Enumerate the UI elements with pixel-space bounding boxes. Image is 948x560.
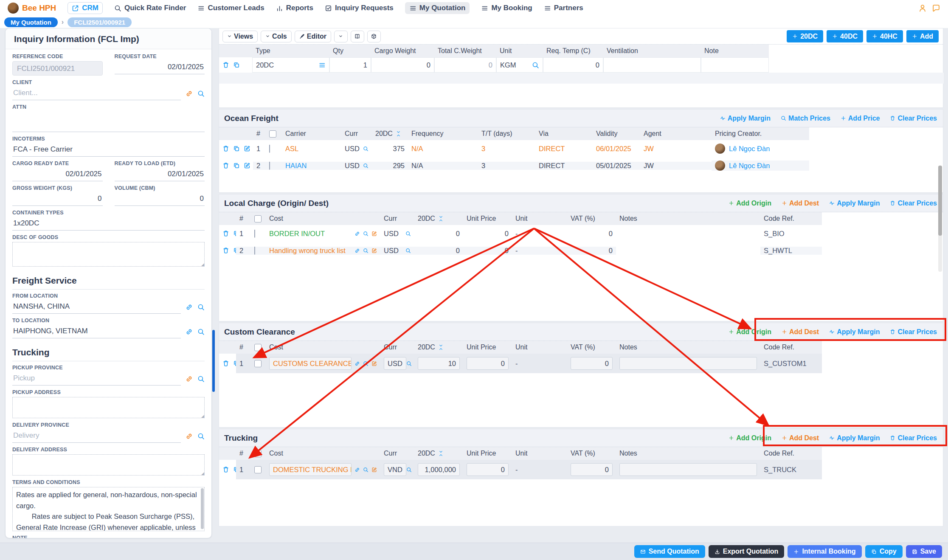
rate-20dc-cell[interactable]: 375 <box>372 145 408 153</box>
unit-price-input[interactable]: 0 <box>467 463 509 476</box>
copy-icon[interactable] <box>233 230 236 237</box>
via-cell[interactable]: DIRECT <box>535 162 593 170</box>
agent-cell[interactable]: JW <box>640 145 712 153</box>
user-icon[interactable] <box>918 4 927 12</box>
desc-of-goods-textarea[interactable] <box>12 242 205 267</box>
vat-input[interactable]: 0 <box>571 357 613 370</box>
cargo-ready-date-field[interactable]: 02/01/2025 <box>12 168 103 181</box>
edit-icon[interactable] <box>244 145 250 152</box>
textarea-scrollbar[interactable] <box>201 488 204 529</box>
cols-button[interactable]: Cols <box>261 31 292 42</box>
ready-to-load-field[interactable]: 02/01/2025 <box>115 168 205 181</box>
row-checkbox[interactable] <box>254 247 255 255</box>
search-icon[interactable] <box>197 304 205 311</box>
attn-field[interactable] <box>12 112 205 132</box>
edit-icon[interactable] <box>371 231 377 236</box>
ventilation-cell[interactable] <box>603 57 701 73</box>
export-quotation-button[interactable]: Export Quotation <box>709 545 785 558</box>
edit-icon[interactable] <box>371 467 377 473</box>
unit-price-input[interactable]: 0 <box>467 357 509 370</box>
terms-textarea[interactable]: Rates are applied for general, non-hazar… <box>12 487 205 531</box>
select-all-checkbox[interactable] <box>269 130 276 138</box>
vat-input[interactable]: 0 <box>571 463 613 476</box>
trash-icon[interactable] <box>222 145 229 152</box>
add-origin-button[interactable]: Add Origin <box>729 328 771 336</box>
search-icon[interactable] <box>363 231 369 236</box>
curr-input[interactable]: VND <box>384 463 406 476</box>
curr-cell[interactable]: USD <box>380 230 414 238</box>
copy-button[interactable]: Copy <box>865 545 903 558</box>
cost-input[interactable]: CUSTOMS CLEARANCE FEE <box>269 357 352 370</box>
search-icon[interactable] <box>405 248 411 253</box>
rate-20dc-cell[interactable]: 295 <box>372 162 408 170</box>
panel-scrollbar-thumb[interactable] <box>212 330 215 392</box>
curr-cell[interactable]: VND <box>380 460 414 479</box>
nav-item-partners[interactable]: Partners <box>544 4 583 12</box>
pickup-address-textarea[interactable] <box>12 397 205 418</box>
nav-item-crm[interactable]: CRM <box>68 2 103 14</box>
trash-icon[interactable] <box>222 162 229 169</box>
sort-icons[interactable] <box>439 344 443 351</box>
search-icon[interactable] <box>197 90 205 97</box>
package-button[interactable] <box>367 31 381 42</box>
search-icon[interactable] <box>363 248 369 253</box>
copy-icon[interactable] <box>233 247 236 254</box>
add-40hc-button[interactable]: 40HC <box>866 30 903 42</box>
unit-cell[interactable]: - <box>512 230 567 238</box>
pickup-province-field[interactable]: Pickup <box>12 372 181 386</box>
clear-prices-button[interactable]: Clear Prices <box>890 200 937 207</box>
add-40dc-button[interactable]: 40DC <box>827 30 863 42</box>
link-icon[interactable] <box>186 90 193 97</box>
volume-field[interactable]: 0 <box>115 193 205 206</box>
validity-cell[interactable]: 06/01/2025 <box>593 145 640 153</box>
scrollbar-thumb[interactable] <box>938 166 942 236</box>
select-all-checkbox[interactable] <box>254 215 262 222</box>
apply-margin-button[interactable]: Apply Margin <box>829 328 880 336</box>
trash-icon[interactable] <box>222 230 229 237</box>
validity-cell[interactable]: 05/01/2025 <box>593 162 640 170</box>
list-select-icon[interactable] <box>318 62 326 69</box>
nav-item-quick-rate-finder[interactable]: Quick Rate Finder <box>114 4 186 12</box>
clear-prices-button[interactable]: Clear Prices <box>890 434 937 442</box>
rate-20dc-cell[interactable]: 0 <box>414 230 463 238</box>
curr-input[interactable]: USD <box>384 357 406 370</box>
container-types-field[interactable]: 1x20DC <box>12 217 205 231</box>
clear-prices-button[interactable]: Clear Prices <box>890 115 937 122</box>
copy-icon[interactable] <box>233 360 236 367</box>
trash-icon[interactable] <box>222 247 229 254</box>
add-dest-button[interactable]: Add Dest <box>782 328 819 336</box>
link-icon[interactable] <box>354 361 360 366</box>
row-checkbox[interactable] <box>269 145 270 153</box>
clear-prices-button[interactable]: Clear Prices <box>890 328 937 336</box>
add-origin-button[interactable]: Add Origin <box>729 434 771 442</box>
carrier-cell[interactable]: ASL <box>282 145 341 153</box>
tt-cell[interactable]: 3 <box>478 162 535 170</box>
delivery-province-field[interactable]: Delivery <box>12 430 181 443</box>
search-icon[interactable] <box>197 433 205 440</box>
save-button[interactable]: Save <box>906 545 942 558</box>
via-cell[interactable]: DIRECT <box>535 145 593 153</box>
nav-item-reports[interactable]: Reports <box>276 4 313 12</box>
row-checkbox[interactable] <box>254 360 262 367</box>
curr-cell[interactable]: USD <box>380 247 414 255</box>
req-temp-cell[interactable]: 0 <box>543 57 603 73</box>
rate-20dc-input[interactable]: 1,000,000 <box>418 463 460 476</box>
frequency-cell[interactable]: N/A <box>408 162 478 170</box>
edit-icon[interactable] <box>371 248 377 253</box>
select-all-checkbox[interactable] <box>254 450 262 457</box>
search-icon[interactable] <box>406 361 412 366</box>
unit-cell[interactable]: - <box>512 460 567 479</box>
row-checkbox[interactable] <box>254 466 262 473</box>
views-button[interactable]: Views <box>222 31 258 42</box>
link-icon[interactable] <box>354 467 360 473</box>
carrier-cell[interactable]: HAIAN <box>282 162 341 170</box>
sort-icons[interactable] <box>439 215 443 222</box>
trash-icon[interactable] <box>222 62 229 68</box>
notes-input[interactable] <box>619 357 757 370</box>
to-location-field[interactable]: HAIPHONG, VIETNAM <box>12 325 181 338</box>
edit-icon[interactable] <box>371 361 377 366</box>
copy-icon[interactable] <box>233 145 240 152</box>
gross-weight-field[interactable]: 0 <box>12 193 103 206</box>
breadcrumb-root[interactable]: My Quotation <box>4 17 58 27</box>
link-icon[interactable] <box>354 248 360 253</box>
